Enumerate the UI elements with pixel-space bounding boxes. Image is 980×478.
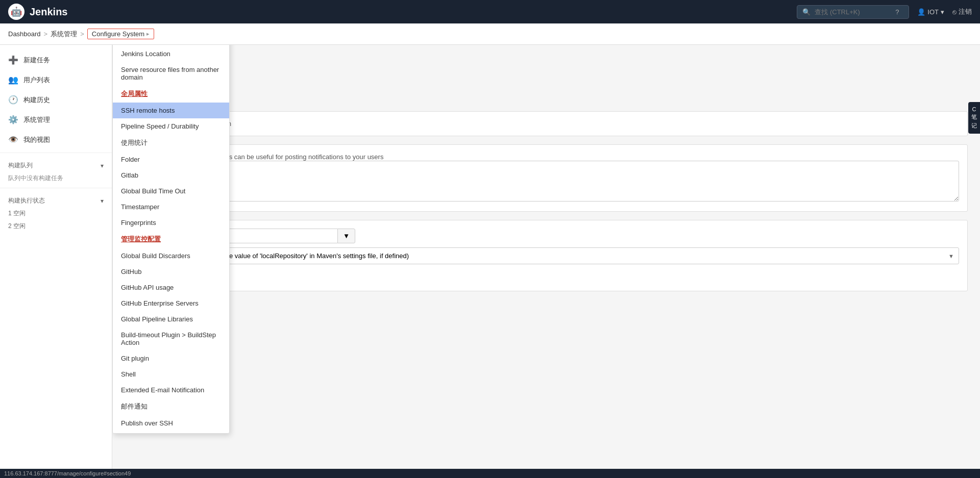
sidebar-item-build-history[interactable]: 🕐 构建历史 (0, 90, 112, 110)
exec-item-1: 1 空闲 (0, 207, 112, 220)
dropdown-menu-item-8[interactable]: Gitlab (113, 167, 229, 183)
exec-count-dropdown-btn[interactable]: ▼ (337, 229, 355, 243)
sidebar-item-my-views-label: 我的视图 (23, 135, 50, 144)
notification-textarea[interactable] (133, 161, 959, 202)
status-bar: 116.63.174.167:8777/manage/configure#sec… (0, 469, 980, 478)
dropdown-menu-item-3[interactable]: 全局属性 (113, 85, 229, 103)
dropdown-menu-item-15[interactable]: GitHub API usage (113, 280, 229, 295)
system-manage-icon: ⚙️ (8, 115, 18, 124)
action-buttons: 保存 应用 (125, 299, 968, 318)
sidebar-item-users[interactable]: 👥 用户列表 (0, 70, 112, 90)
help-icon: ? (895, 8, 899, 16)
dropdown-menu-item-12[interactable]: 管理监控配置 (113, 231, 229, 248)
exec-count-label: 执行者数量 (133, 270, 959, 280)
dropdown-menu-item-6[interactable]: 使用统计 (113, 134, 229, 152)
new-task-icon: ➕ (8, 55, 18, 65)
dropdown-menu-item-17[interactable]: Global Pipeline Libraries (113, 311, 229, 327)
dropdown-menu: Maven项目配置Jenkins LocationServe resource … (112, 45, 230, 434)
dropdown-menu-item-21[interactable]: Extended E-mail Notification (113, 382, 229, 398)
breadcrumb-current[interactable]: Configure System ▸ (87, 29, 154, 39)
user-dropdown-icon: ▾ (941, 8, 944, 16)
user-info[interactable]: 👤 IOT ▾ (917, 8, 944, 16)
right-widget-line2: 笔 (971, 113, 977, 121)
dropdown-menu-item-14[interactable]: GitHub (113, 264, 229, 280)
sidebar: ➕ 新建任务 👥 用户列表 🕐 构建历史 ⚙️ 系统管理 👁️ 我的视图 构建队… (0, 45, 112, 478)
right-widget[interactable]: C 笔 记 (968, 102, 980, 134)
sidebar-divider-2 (0, 188, 112, 188)
jenkins-logo: 🤖 (8, 4, 24, 20)
breadcrumb-system-manage[interactable]: 系统管理 (51, 30, 77, 39)
build-queue-label: 构建队列 (8, 161, 33, 170)
dropdown-menu-item-19[interactable]: Git plugin (113, 350, 229, 366)
build-queue-collapse-icon: ▾ (101, 162, 104, 169)
my-views-icon: 👁️ (8, 135, 18, 144)
navbar: 🤖 Jenkins 🔍 ? 👤 IOT ▾ ⎋ 注销 (0, 0, 980, 23)
breadcrumb-dashboard[interactable]: Dashboard (8, 30, 41, 38)
sidebar-item-users-label: 用户列表 (23, 76, 50, 85)
notification-text: op of the Jenkins main page. This can be… (133, 153, 959, 161)
dropdown-menu-item-9[interactable]: Global Build Time Out (113, 183, 229, 199)
maven-repo-dropdown[interactable]: Default (~/.m2/repository, or the value … (133, 247, 959, 264)
build-queue-section[interactable]: 构建队列 ▾ (0, 156, 112, 172)
sidebar-item-new-task[interactable]: ➕ 新建任务 (0, 50, 112, 70)
build-queue-empty: 队列中没有构建任务 (0, 172, 112, 185)
dropdown-menu-item-7[interactable]: Folder (113, 152, 229, 167)
main-sections: in this directory on the file system op … (125, 111, 968, 318)
search-input[interactable] (815, 8, 891, 16)
sidebar-divider-1 (0, 153, 112, 153)
right-widget-line3: 记 (971, 122, 977, 130)
right-widget-line1: C (972, 106, 976, 112)
notification-section: op of the Jenkins main page. This can be… (125, 144, 968, 212)
username-label: IOT (927, 8, 939, 16)
dropdown-menu-item-13[interactable]: Global Build Discarders (113, 248, 229, 264)
dropdown-menu-item-20[interactable]: Shell (113, 366, 229, 382)
sidebar-item-my-views[interactable]: 👁️ 我的视图 (0, 130, 112, 149)
logout-button[interactable]: ⎋ 注销 (952, 7, 972, 16)
sidebar-item-system-manage-label: 系统管理 (23, 115, 50, 124)
sidebar-item-system-manage[interactable]: ⚙️ 系统管理 (0, 110, 112, 130)
build-exec-label: 构建执行状态 (8, 196, 45, 205)
user-icon: 👤 (917, 8, 925, 16)
exec-item-2: 2 空闲 (0, 220, 112, 233)
dropdown-menu-item-10[interactable]: Timestamper (113, 199, 229, 215)
main-layout: ➕ 新建任务 👥 用户列表 🕐 构建历史 ⚙️ 系统管理 👁️ 我的视图 构建队… (0, 45, 980, 478)
build-exec-section[interactable]: 构建执行状态 ▾ (0, 191, 112, 207)
exec-count-section: ▼ Default (~/.m2/repository, or the valu… (125, 220, 968, 291)
dropdown-menu-container: Maven项目配置Jenkins LocationServe resource … (112, 45, 230, 434)
dropdown-menu-item-2[interactable]: Serve resource files from another domain (113, 62, 229, 85)
dropdown-menu-item-23[interactable]: Publish over SSH (113, 415, 229, 431)
dropdown-menu-item-1[interactable]: Jenkins Location (113, 46, 229, 62)
logout-label: 注销 (959, 7, 972, 16)
build-exec-collapse-icon: ▾ (101, 197, 104, 205)
breadcrumb-current-label: Configure System (92, 30, 144, 38)
users-icon: 👥 (8, 75, 18, 85)
maven-repo-dropdown-wrapper: Default (~/.m2/repository, or the value … (133, 247, 959, 264)
dropdown-menu-item-4[interactable]: SSH remote hosts (113, 103, 229, 118)
navbar-left: 🤖 Jenkins (8, 4, 67, 20)
navbar-right: 🔍 ? 👤 IOT ▾ ⎋ 注销 (797, 5, 972, 19)
dropdown-menu-item-11[interactable]: Fingerprints (113, 215, 229, 231)
breadcrumb-arrow-icon: ▸ (146, 31, 150, 37)
breadcrumb-sep-1: > (44, 30, 48, 38)
home-dir-text: in this directory on the file system (133, 120, 959, 128)
status-url: 116.63.174.167:8777/manage/configure#sec… (4, 470, 131, 476)
dropdown-menu-item-18[interactable]: Build-timeout Plugin > BuildStep Action (113, 327, 229, 350)
breadcrumb: Dashboard > 系统管理 > Configure System ▸ (0, 23, 980, 45)
build-history-icon: 🕐 (8, 95, 18, 105)
sidebar-item-new-task-label: 新建任务 (23, 56, 50, 65)
dropdown-menu-item-16[interactable]: GitHub Enterprise Servers (113, 295, 229, 311)
breadcrumb-sep-2: > (80, 30, 84, 38)
logout-icon: ⎋ (952, 8, 957, 16)
main-content: Maven项目配置Jenkins LocationServe resource … (112, 45, 980, 478)
sidebar-item-build-history-label: 构建历史 (23, 95, 50, 105)
dropdown-menu-item-22[interactable]: 邮件通知 (113, 398, 229, 415)
home-dir-section: in this directory on the file system (125, 111, 968, 136)
dropdown-menu-item-5[interactable]: Pipeline Speed / Durability (113, 118, 229, 134)
navbar-title: Jenkins (30, 6, 67, 18)
search-box[interactable]: 🔍 ? (797, 5, 909, 19)
breadcrumb-configure-system[interactable]: Configure System ▸ (87, 29, 154, 39)
search-icon: 🔍 (802, 8, 811, 16)
